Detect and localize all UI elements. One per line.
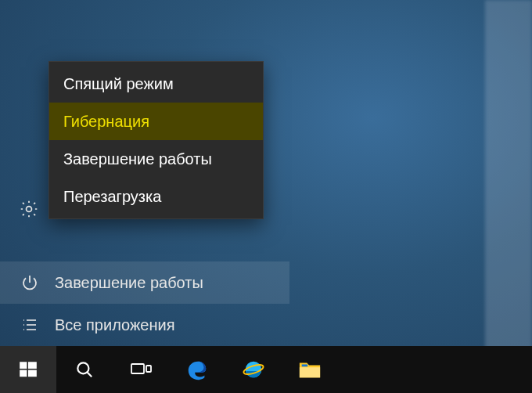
power-menu: Спящий режим Гибернация Завершение работ… xyxy=(49,61,264,219)
all-apps-icon xyxy=(19,314,41,336)
svg-rect-8 xyxy=(28,362,37,369)
windows-logo-icon xyxy=(18,359,38,380)
rail-power-button[interactable]: Завершение работы xyxy=(0,261,289,304)
file-explorer-icon xyxy=(298,359,322,380)
power-menu-item-label: Гибернация xyxy=(63,113,149,131)
edge-icon xyxy=(185,358,209,381)
power-menu-item-label: Спящий режим xyxy=(63,75,174,93)
svg-rect-13 xyxy=(131,364,144,373)
taskbar xyxy=(0,346,532,393)
power-icon xyxy=(19,272,41,294)
svg-point-11 xyxy=(77,362,88,373)
svg-rect-7 xyxy=(20,362,27,369)
rail-all-apps-label: Все приложения xyxy=(55,316,289,334)
power-menu-item-label: Перезагрузка xyxy=(63,188,161,206)
settings-icon[interactable] xyxy=(19,199,39,222)
svg-line-12 xyxy=(87,372,92,377)
ie-icon xyxy=(242,358,265,381)
start-button[interactable] xyxy=(0,346,56,393)
svg-point-0 xyxy=(27,207,32,212)
power-menu-restart[interactable]: Перезагрузка xyxy=(49,178,263,215)
svg-rect-18 xyxy=(302,364,308,366)
file-explorer-button[interactable] xyxy=(282,346,338,393)
edge-button[interactable] xyxy=(169,346,225,393)
start-menu-rail: Завершение работы Все приложения xyxy=(0,261,289,346)
search-button[interactable] xyxy=(56,346,113,393)
power-menu-item-label: Завершение работы xyxy=(63,150,212,168)
search-icon xyxy=(74,359,95,380)
rail-power-label: Завершение работы xyxy=(55,274,289,292)
power-menu-sleep[interactable]: Спящий режим xyxy=(49,65,263,103)
ie-button[interactable] xyxy=(225,346,282,393)
rail-all-apps-button[interactable]: Все приложения xyxy=(0,304,289,346)
power-menu-shutdown[interactable]: Завершение работы xyxy=(49,140,263,178)
task-view-icon xyxy=(129,360,153,379)
svg-rect-14 xyxy=(146,366,151,372)
task-view-button[interactable] xyxy=(113,346,169,393)
svg-rect-10 xyxy=(28,370,37,377)
right-crop-fade xyxy=(485,0,532,393)
svg-rect-9 xyxy=(20,370,27,377)
svg-rect-17 xyxy=(300,367,320,377)
power-menu-hibernate[interactable]: Гибернация xyxy=(49,103,263,140)
